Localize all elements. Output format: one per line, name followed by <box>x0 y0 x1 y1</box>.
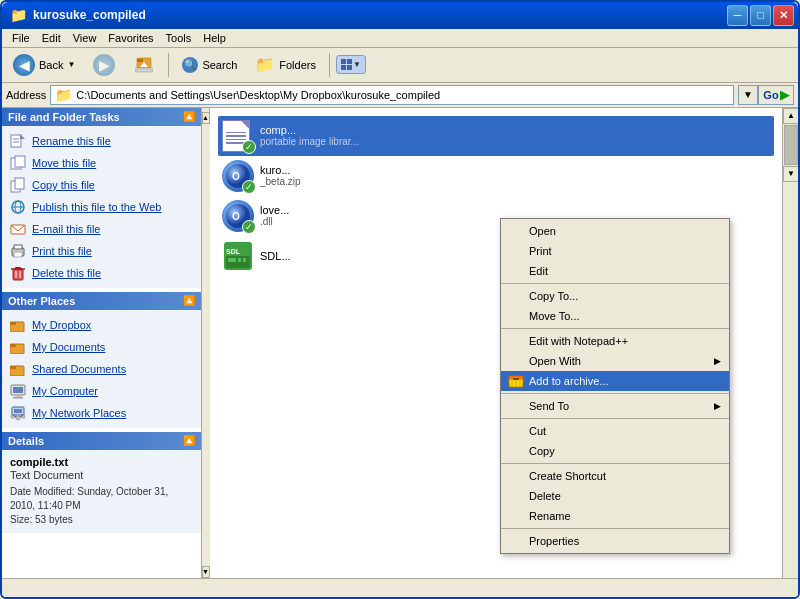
file-area: ✓ comp... portable image librar... <box>210 108 798 578</box>
menu-favorites[interactable]: Favorites <box>102 30 159 46</box>
ctx-delete[interactable]: Delete <box>501 486 729 506</box>
ctx-rename[interactable]: Rename <box>501 506 729 526</box>
ctx-sep-3 <box>501 393 729 394</box>
window-title: kurosuke_compiled <box>33 8 146 22</box>
place-my-network-places[interactable]: My Network Places <box>6 402 197 424</box>
svg-rect-17 <box>14 245 22 249</box>
menu-tools[interactable]: Tools <box>160 30 198 46</box>
task-rename-label: Rename this file <box>32 135 111 147</box>
menu-file[interactable]: File <box>6 30 36 46</box>
go-button[interactable]: Go ▶ <box>758 85 794 105</box>
ctx-cut[interactable]: Cut <box>501 421 729 441</box>
folders-label: Folders <box>279 59 316 71</box>
right-scrollbar[interactable]: ▲ ▼ <box>782 108 798 578</box>
ctx-add-to-archive[interactable]: Add to archive... <box>501 371 729 391</box>
details-filename: compile.txt <box>10 456 193 468</box>
ctx-send-to[interactable]: Send To ▶ <box>501 396 729 416</box>
details-chevron-icon: 🔼 <box>183 435 195 446</box>
ctx-print[interactable]: Print <box>501 241 729 261</box>
my-documents-icon <box>10 339 26 355</box>
title-controls: ─ □ ✕ <box>727 5 794 26</box>
ctx-sep-6 <box>501 528 729 529</box>
forward-button[interactable]: ▶ <box>86 50 122 80</box>
left-panel-scrollbar[interactable]: ▲ ▼ <box>202 108 210 578</box>
svg-rect-51 <box>243 258 246 262</box>
search-button[interactable]: 🔍 Search <box>175 53 244 77</box>
details-header[interactable]: Details 🔼 <box>2 432 201 450</box>
svg-point-40 <box>16 416 20 420</box>
scrollbar-down-btn[interactable]: ▼ <box>783 166 798 182</box>
file-tasks-header[interactable]: File and Folder Tasks 🔼 <box>2 108 201 126</box>
scrollbar-thumb[interactable] <box>784 125 798 165</box>
toolbar-sep-2 <box>329 53 330 77</box>
file-item[interactable]: O ✓ kuro... _beta.zip <box>218 156 774 196</box>
menu-view[interactable]: View <box>67 30 103 46</box>
place-my-dropbox[interactable]: My Dropbox <box>6 314 197 336</box>
place-my-computer[interactable]: My Computer <box>6 380 197 402</box>
address-field[interactable]: 📁 C:\Documents and Settings\User\Desktop… <box>50 85 734 105</box>
file-tasks-content: Rename this file Move this file Copy thi… <box>2 126 201 288</box>
publish-task-icon <box>10 199 26 215</box>
search-label: Search <box>202 59 237 71</box>
other-places-header[interactable]: Other Places 🔼 <box>2 292 201 310</box>
scrollbar-track[interactable] <box>783 125 798 165</box>
details-title: Details <box>8 435 44 447</box>
ctx-edit-notepadpp[interactable]: Edit with Notepad++ <box>501 331 729 351</box>
task-publish[interactable]: Publish this file to the Web <box>6 196 197 218</box>
up-button[interactable] <box>126 50 162 80</box>
svg-rect-32 <box>15 395 21 397</box>
ctx-open-with[interactable]: Open With ▶ <box>501 351 729 371</box>
task-move-label: Move this file <box>32 157 96 169</box>
maximize-button[interactable]: □ <box>750 5 771 26</box>
task-copy[interactable]: Copy this file <box>6 174 197 196</box>
task-move[interactable]: Move this file <box>6 152 197 174</box>
ctx-move-to[interactable]: Move To... <box>501 306 729 326</box>
ctx-copy[interactable]: Copy <box>501 441 729 461</box>
delete-task-icon <box>10 265 26 281</box>
task-email[interactable]: E-mail this file <box>6 218 197 240</box>
file-extra-kuro: _beta.zip <box>260 176 301 187</box>
shared-documents-icon <box>10 361 26 377</box>
close-button[interactable]: ✕ <box>773 5 794 26</box>
scrollbar-up-button[interactable]: ▲ <box>202 112 210 124</box>
file-icon-kuro: O ✓ <box>222 160 254 192</box>
back-button[interactable]: ◀ Back ▼ <box>6 50 82 80</box>
place-my-documents[interactable]: My Documents <box>6 336 197 358</box>
svg-rect-50 <box>238 258 241 262</box>
my-network-places-icon <box>10 405 26 421</box>
file-item[interactable]: ✓ comp... portable image librar... <box>218 116 774 156</box>
window-icon: 📁 <box>10 7 27 23</box>
svg-rect-18 <box>14 252 22 257</box>
file-tasks-title: File and Folder Tasks <box>8 111 120 123</box>
task-rename[interactable]: Rename this file <box>6 130 197 152</box>
move-task-icon <box>10 155 26 171</box>
place-shared-documents[interactable]: Shared Documents <box>6 358 197 380</box>
context-menu: Open Print Edit Copy To... Move To... Ed… <box>500 218 730 554</box>
views-grid-icon <box>341 59 352 70</box>
sdl-icon: SDL <box>222 240 254 272</box>
place-my-documents-label: My Documents <box>32 341 105 353</box>
menu-help[interactable]: Help <box>197 30 232 46</box>
my-computer-icon <box>10 383 26 399</box>
svg-rect-49 <box>228 258 236 262</box>
address-dropdown-button[interactable]: ▼ <box>738 85 758 105</box>
menu-edit[interactable]: Edit <box>36 30 67 46</box>
check-icon: ✓ <box>242 180 256 194</box>
scrollbar-down-button[interactable]: ▼ <box>202 566 210 578</box>
task-delete[interactable]: Delete this file <box>6 262 197 284</box>
go-arrow-icon: ▶ <box>780 88 789 102</box>
ctx-copy-to[interactable]: Copy To... <box>501 286 729 306</box>
task-email-label: E-mail this file <box>32 223 100 235</box>
svg-rect-27 <box>10 344 16 347</box>
minimize-button[interactable]: ─ <box>727 5 748 26</box>
ctx-properties[interactable]: Properties <box>501 531 729 551</box>
archive-icon <box>507 372 525 390</box>
ctx-edit[interactable]: Edit <box>501 261 729 281</box>
ctx-open[interactable]: Open <box>501 221 729 241</box>
back-label: Back <box>39 59 63 71</box>
scrollbar-up-btn[interactable]: ▲ <box>783 108 798 124</box>
views-button[interactable]: ▼ <box>336 55 366 74</box>
folders-button[interactable]: 📁 Folders <box>248 51 323 78</box>
ctx-create-shortcut[interactable]: Create Shortcut <box>501 466 729 486</box>
task-print[interactable]: Print this file <box>6 240 197 262</box>
